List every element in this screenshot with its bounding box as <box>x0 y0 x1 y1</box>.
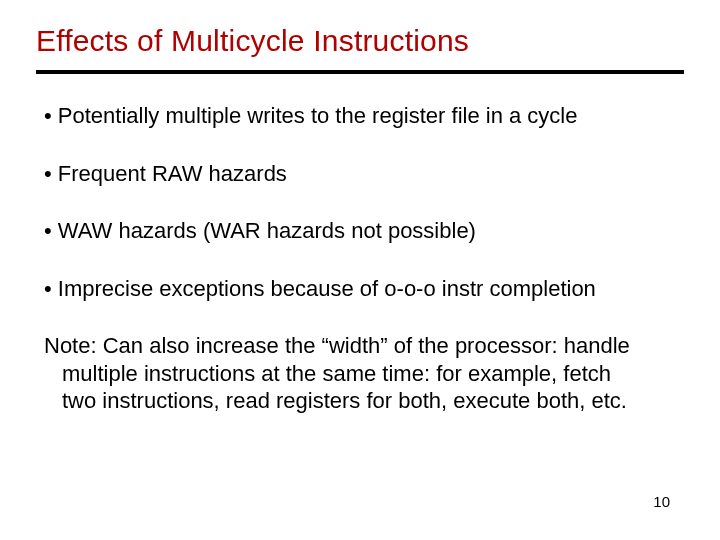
slide-title: Effects of Multicycle Instructions <box>36 24 684 58</box>
page-number: 10 <box>653 493 670 510</box>
slide-body: • Potentially multiple writes to the reg… <box>36 102 684 415</box>
bullet-item: • WAW hazards (WAR hazards not possible) <box>44 217 684 245</box>
bullet-item: • Imprecise exceptions because of o-o-o … <box>44 275 684 303</box>
bullet-item: • Potentially multiple writes to the reg… <box>44 102 684 130</box>
bullet-item: • Frequent RAW hazards <box>44 160 684 188</box>
note-line: two instructions, read registers for bot… <box>62 387 684 415</box>
title-underline <box>36 70 684 74</box>
slide: Effects of Multicycle Instructions • Pot… <box>0 0 720 540</box>
note-line: Note: Can also increase the “width” of t… <box>44 332 684 360</box>
note-block: Note: Can also increase the “width” of t… <box>44 332 684 415</box>
note-line: multiple instructions at the same time: … <box>62 360 684 388</box>
